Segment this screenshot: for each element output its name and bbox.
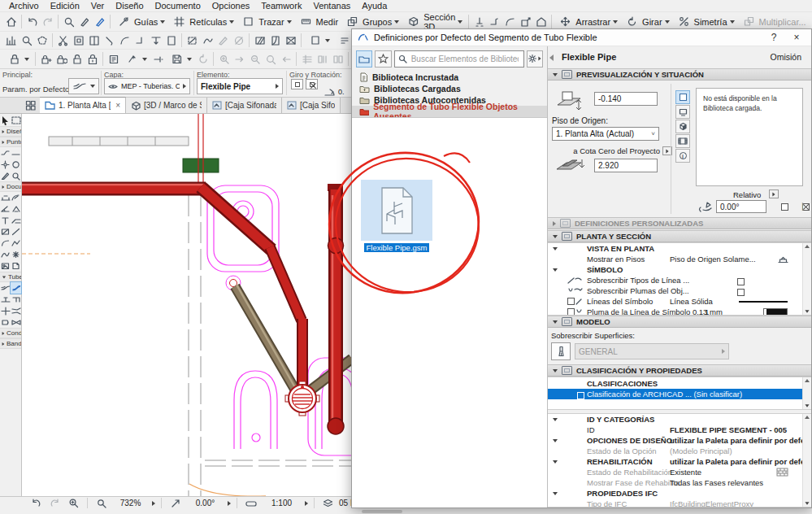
window-half-icon[interactable] bbox=[86, 33, 102, 48]
hotspot-tool[interactable] bbox=[11, 249, 21, 260]
slab-tool[interactable] bbox=[11, 147, 21, 159]
next-sel-icon[interactable] bbox=[232, 51, 247, 67]
surface-paint-button[interactable] bbox=[551, 342, 571, 360]
row-sobrescribir-tipos-linea[interactable]: Sobrescribir Tipos de Línea ... bbox=[548, 275, 811, 285]
circle-tool[interactable] bbox=[11, 159, 21, 170]
detail-tool[interactable] bbox=[11, 170, 21, 181]
preview-3d-button[interactable] bbox=[675, 120, 690, 133]
toolbox-group-bandejas[interactable]: Bandejas bbox=[0, 338, 21, 349]
offset-input[interactable]: -0.140 bbox=[594, 92, 658, 106]
section-preview[interactable]: PREVISUALIZACIÓN Y SITUACIÓN bbox=[548, 68, 811, 81]
orientation-control[interactable]: 0.00° bbox=[163, 497, 235, 509]
grids-button[interactable]: Retículas bbox=[168, 13, 237, 30]
row-tipo-ifc[interactable]: Tipo de IFCIfcBuildingElementProxy bbox=[548, 499, 811, 507]
home-icon[interactable] bbox=[3, 14, 19, 29]
lock-all-icon[interactable] bbox=[85, 51, 100, 67]
folder-view-button[interactable] bbox=[356, 50, 372, 68]
element-settings-icon[interactable] bbox=[106, 51, 121, 67]
pipe-endcap-tool[interactable] bbox=[0, 316, 11, 328]
pen-color-swatch[interactable] bbox=[763, 308, 788, 316]
tab-caja-sifonada-2[interactable]: [Caja Sifon... bbox=[282, 98, 341, 113]
polyline-tool[interactable] bbox=[11, 237, 21, 249]
row-estado-rehabilitacion[interactable]: Estado de RehabilitaciónExistente bbox=[548, 467, 811, 477]
wall-tool[interactable] bbox=[0, 147, 11, 159]
multiply-button[interactable]: Multiplicar... bbox=[738, 13, 810, 30]
floorplan-canvas[interactable] bbox=[22, 114, 351, 496]
menu-documento[interactable]: Documento bbox=[150, 1, 206, 11]
row-mostrar-en-pisos[interactable]: Mostrar en Pisos Piso de Origen Solame..… bbox=[548, 254, 811, 264]
help-button[interactable]: ? bbox=[765, 32, 783, 43]
section-plan-and-section[interactable]: PLANTA Y SECCIÓN bbox=[548, 230, 811, 242]
pipe-cross-tool[interactable] bbox=[0, 305, 11, 316]
cut-icon[interactable] bbox=[55, 33, 71, 48]
trace-button[interactable]: Trazar bbox=[237, 13, 294, 30]
classification-checkbox[interactable] bbox=[577, 392, 584, 399]
dialog-titlebar[interactable]: Definiciones por Defecto del Segmento de… bbox=[352, 29, 811, 46]
lock-add-icon[interactable] bbox=[38, 51, 54, 67]
blank-sheet-icon[interactable] bbox=[163, 33, 179, 48]
arc-tool-icon[interactable] bbox=[117, 33, 132, 48]
lock-refresh-icon[interactable] bbox=[54, 51, 69, 67]
fill-tool[interactable] bbox=[0, 226, 11, 237]
search-input[interactable] bbox=[410, 54, 520, 64]
toolbox-group-tuberias[interactable]: Tuberías bbox=[0, 272, 21, 282]
zoom-increase-icon[interactable] bbox=[66, 495, 81, 511]
tree-item-missing-objects[interactable]: Segmento de Tubo Flexible Objetos Ausent… bbox=[352, 106, 547, 117]
favorites-view-button[interactable] bbox=[375, 50, 391, 68]
library-content-area[interactable]: Flexible Pipe.gsm bbox=[352, 117, 547, 507]
element-selector[interactable]: Flexible Pipe bbox=[197, 78, 283, 94]
marquee-cross-icon[interactable] bbox=[185, 33, 200, 48]
menu-diseno[interactable]: Diseño bbox=[110, 1, 149, 11]
layer-selector[interactable]: MEP - Tuberias. Cloacal bbox=[104, 78, 190, 94]
toolbox-group-documento[interactable]: Documento bbox=[0, 181, 21, 192]
classification-scrollbar[interactable] bbox=[802, 377, 811, 409]
corner-tool-icon[interactable] bbox=[132, 33, 148, 48]
rotation-toggle-2[interactable] bbox=[306, 79, 318, 89]
relative-flyout[interactable] bbox=[769, 189, 779, 198]
project-zero-input[interactable]: 2.920 bbox=[594, 159, 658, 172]
tab-close-icon[interactable]: × bbox=[115, 101, 120, 110]
row-sobrescribir-plumas[interactable]: Sobrescribir Plumas del Obj... bbox=[548, 285, 811, 296]
row-estado-opcion[interactable]: Estado de la Opción(Modelo Principal) bbox=[548, 446, 811, 456]
preview-movie-button[interactable] bbox=[675, 134, 690, 148]
lock-dropdown[interactable] bbox=[3, 50, 33, 68]
scrollbar-fragment[interactable] bbox=[362, 510, 402, 513]
pipe-transition-tool[interactable] bbox=[11, 305, 21, 316]
group-row-rehabilitacion[interactable]: REHABILITACIÓNutilizar la Paleta para de… bbox=[548, 456, 811, 467]
row-id[interactable]: IDFLEXIBLE PIPE SEGMENT - 005 bbox=[548, 425, 811, 435]
find-icon[interactable] bbox=[263, 51, 278, 67]
zoom-icon[interactable] bbox=[19, 33, 34, 48]
zoom-prev-icon[interactable] bbox=[28, 495, 44, 511]
rotate-button[interactable]: Girar bbox=[621, 13, 672, 30]
section-classification[interactable]: CLASIFICACIÓN Y PROPIEDADES bbox=[548, 364, 811, 377]
group-row-simbolo[interactable]: SÍMBOLO bbox=[548, 264, 811, 275]
search-settings-button[interactable] bbox=[527, 50, 543, 68]
arrow-tool[interactable] bbox=[0, 115, 11, 126]
group-row-vista[interactable]: VISTA EN PLANTA bbox=[548, 243, 811, 254]
pick-parameters-icon[interactable] bbox=[76, 14, 92, 29]
groups-button[interactable]: Grupos bbox=[341, 13, 402, 30]
menu-ayuda[interactable]: Ayuda bbox=[356, 1, 393, 11]
unlock-icon[interactable] bbox=[69, 51, 85, 67]
row-archicad-classification[interactable]: Clasificación de ARCHICAD ... (Sin clasi… bbox=[548, 389, 811, 399]
menu-ver[interactable]: Ver bbox=[85, 1, 111, 11]
redo-icon[interactable] bbox=[40, 14, 55, 29]
refresh-icon[interactable] bbox=[195, 51, 211, 67]
close-button[interactable]: × bbox=[788, 32, 805, 43]
group-row-opciones-diseno[interactable]: OPCIONES DE DISEÑOutilizar la Paleta par… bbox=[548, 435, 811, 446]
pipe-valve-tool[interactable] bbox=[11, 316, 21, 328]
hatch-icon[interactable] bbox=[252, 33, 267, 48]
resize-icon[interactable] bbox=[518, 14, 533, 29]
tab-caja-sifonada-v27[interactable]: [Caja Sifonada V27] bbox=[207, 98, 282, 113]
drawing-tool[interactable] bbox=[11, 260, 21, 272]
pipe-branch-tool[interactable] bbox=[0, 294, 11, 305]
level-dim-tool[interactable] bbox=[11, 203, 21, 215]
tab-planta-alta[interactable]: 1. Planta Alta [1. Pla... × bbox=[40, 97, 126, 113]
chart-icon[interactable] bbox=[3, 33, 19, 48]
line-tool[interactable] bbox=[11, 226, 21, 237]
mirror-button[interactable]: Simetría bbox=[673, 13, 738, 30]
dimension-tool[interactable] bbox=[0, 192, 11, 203]
prev-sel-icon[interactable] bbox=[278, 51, 293, 67]
polygon-select-icon[interactable] bbox=[34, 33, 50, 48]
zoom-level-control[interactable]: 732% bbox=[89, 497, 159, 509]
